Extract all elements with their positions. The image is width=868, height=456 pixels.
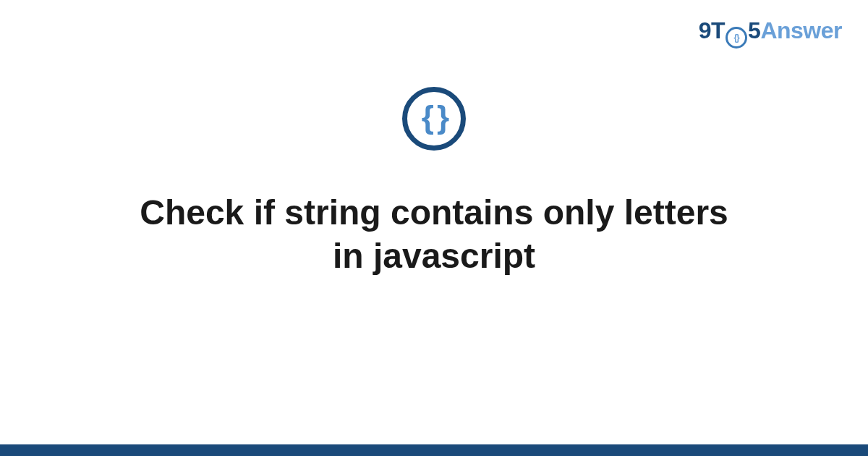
logo-o-braces-icon xyxy=(726,27,747,48)
topic-icon-circle: { } xyxy=(402,87,466,151)
footer-accent-bar xyxy=(0,444,868,456)
site-logo: 9T5Answer xyxy=(699,17,842,48)
page-title: Check if string contains only letters in… xyxy=(109,191,760,278)
main-content: { } Check if string contains only letter… xyxy=(0,87,868,278)
logo-answer: Answer xyxy=(760,17,842,43)
braces-icon: { } xyxy=(422,101,446,133)
logo-9t: 9T xyxy=(699,17,725,43)
logo-5: 5 xyxy=(748,17,760,43)
